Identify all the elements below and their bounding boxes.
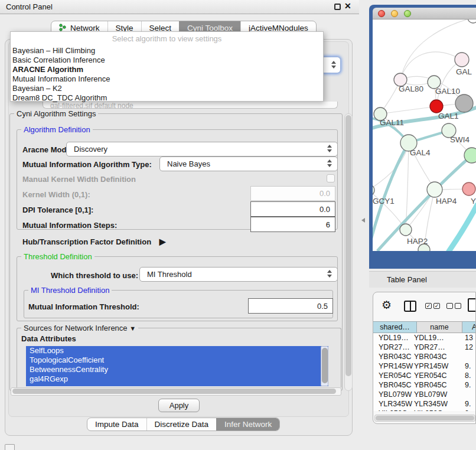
group-title: Cyni Algorithm Settings (14, 109, 98, 118)
node-label: HAP2 (407, 237, 428, 246)
node-label: GCY1 (373, 197, 395, 206)
column-header-partial[interactable]: A (462, 321, 476, 333)
dropdown-item[interactable]: Dream8 DC_TDC Algorithm (11, 93, 323, 103)
control-panel-title: Control Panel (6, 2, 53, 11)
table-panel: ⚙ ✓ ✓ shared… name A YDL19…YDL19…13 YDR2… (373, 292, 476, 424)
minimize-traffic-light-icon[interactable] (391, 10, 398, 17)
node[interactable] (464, 148, 476, 163)
sources-toggle[interactable]: Sources for Network Inference ▼ (21, 324, 138, 332)
network-view[interactable]: GAL GAL80 GAL10 GAL1 GAL11 SWI4 GAL4 GCY… (373, 19, 476, 251)
hide-all-columns-icon[interactable] (455, 303, 461, 309)
screen: Control Panel ✕ Network Style Select Cyn… (0, 0, 476, 450)
close-traffic-light-icon[interactable] (378, 10, 385, 17)
tab-infer-network[interactable]: Infer Network (216, 418, 279, 431)
list-item[interactable]: BetweennessCentrality (26, 365, 328, 374)
close-icon[interactable]: ✕ (344, 1, 351, 11)
table-panel-title: Table Panel (387, 275, 427, 284)
node-y[interactable] (462, 182, 475, 195)
column-header-name[interactable]: name (417, 321, 462, 333)
dpi-tolerance-label: DPI Tolerance [0,1]: (22, 206, 93, 214)
show-all-columns-icon[interactable]: ✓ (425, 303, 432, 309)
export-table-icon[interactable] (468, 298, 476, 312)
table-horizontal-scrollbar[interactable] (374, 415, 475, 422)
node-hap2[interactable] (400, 224, 412, 236)
node-selected-red[interactable] (430, 100, 443, 113)
table-row[interactable]: YER054CYER054C8. (373, 371, 476, 381)
scrollbar-thumb[interactable] (345, 115, 351, 376)
table-row[interactable]: YBL079WYBL079W (373, 390, 476, 400)
mi-type-label: Mutual Information Algorithm Type: (22, 160, 152, 169)
algorithm-dropdown: Select algorithm to view settings Bayesi… (10, 31, 324, 102)
tab-impute-data[interactable]: Impute Data (87, 418, 146, 431)
manual-kernel-checkbox[interactable] (327, 174, 335, 182)
dpi-tolerance-field[interactable]: 0.0 (250, 201, 335, 217)
list-item[interactable]: SelfLoops (26, 346, 328, 356)
combo-arrows-icon (327, 159, 332, 167)
split-view-icon[interactable] (404, 301, 416, 312)
table-body[interactable]: YDL19…YDL19…13 YDR27…YDR27…12 YBR043CYBR… (373, 334, 476, 411)
scrollbar-thumb[interactable] (322, 348, 328, 383)
tab-discretize-data[interactable]: Discretize Data (146, 418, 217, 431)
node-label: GAL11 (380, 118, 404, 127)
zoom-traffic-light-icon[interactable] (404, 10, 411, 17)
node-gal1-gray[interactable] (455, 94, 473, 112)
table-row[interactable]: YDR27…YDR27…12 (373, 343, 476, 353)
gear-icon[interactable]: ⚙ (382, 299, 392, 311)
algorithm-selector-combo-fragment[interactable] (324, 57, 341, 73)
table-row[interactable]: YLR345WYLR345W9. (373, 400, 476, 409)
dropdown-item[interactable]: Basic Correlation Inference (11, 56, 323, 65)
kernel-width-label: Kernel Width (0,1): (22, 190, 90, 199)
which-threshold-combo[interactable]: MI Threshold (139, 267, 338, 282)
apply-button[interactable]: Apply (158, 399, 200, 412)
combo-arrows-icon (331, 61, 337, 69)
node-hap4[interactable] (427, 182, 442, 197)
node-label: GAL4 (410, 148, 431, 157)
table-row[interactable]: YBR045CYBR045C9. (373, 381, 476, 390)
show-all-columns-icon[interactable]: ✓ (433, 303, 440, 309)
aracne-mode-combo[interactable]: Discovery (66, 142, 338, 156)
settings-vertical-scrollbar[interactable] (344, 113, 353, 391)
attributes-scrollbar[interactable] (321, 346, 328, 386)
scrollbar-thumb[interactable] (12, 389, 336, 394)
mi-threshold-label: Mutual Information Threshold: (28, 302, 139, 311)
column-header-shared-name[interactable]: shared… (373, 321, 417, 333)
network-strong-edges (373, 107, 476, 251)
list-item[interactable]: TopologicalCoefficient (26, 356, 328, 365)
node-label: GAL1 (438, 112, 459, 120)
dropdown-item-selected[interactable]: ARACNE Algorithm (11, 65, 323, 74)
mi-steps-field[interactable]: 6 (250, 217, 335, 232)
table-row[interactable]: YDL19…YDL19…13 (373, 334, 476, 343)
table-row[interactable]: YIL052CYIL052C0 (373, 409, 476, 411)
node-label: GAL80 (399, 84, 423, 93)
settings-horizontal-scrollbar[interactable] (11, 387, 341, 396)
list-item[interactable]: gal4RGexp (26, 374, 328, 384)
table-row[interactable]: YPR145WYPR145W9. (373, 362, 476, 371)
float-window-icon[interactable] (334, 4, 341, 10)
data-attributes-list[interactable]: SelfLoops TopologicalCoefficient Between… (26, 346, 328, 386)
dropdown-item[interactable]: Mutual Information Inference (11, 74, 323, 84)
dropdown-item[interactable]: Bayesian – K2 (11, 84, 323, 93)
group-title: Threshold Definition (21, 252, 94, 261)
manual-kernel-label: Manual Kernel Width Definition (22, 175, 136, 184)
combo-arrows-icon (327, 145, 332, 152)
node-label: Y (471, 197, 476, 206)
panel-divider-handle[interactable] (361, 218, 365, 223)
which-threshold-label: Which threshold to use: (51, 271, 138, 280)
group-title: Algorithm Definition (21, 125, 93, 134)
hub-definition-toggle[interactable]: Hub/Transcription Factor Definition ▶ (22, 237, 166, 246)
node-gal[interactable] (455, 53, 469, 67)
node-label: SWI4 (450, 135, 470, 144)
dropdown-item[interactable]: Bayesian – Hill Climbing (11, 46, 323, 56)
scrollbar-thumb[interactable] (376, 416, 474, 420)
collapse-down-icon[interactable]: ▼ (129, 325, 136, 332)
expand-right-icon[interactable]: ▶ (159, 237, 166, 246)
kernel-width-field: 0.0 (250, 186, 335, 201)
table-row[interactable]: YBR043CYBR043C (373, 353, 476, 362)
node-label: HAP4 (436, 197, 457, 206)
hide-all-columns-icon[interactable] (446, 303, 453, 309)
mi-threshold-field[interactable]: 0.5 (248, 298, 333, 314)
mi-type-combo[interactable]: Naive Bayes (159, 156, 338, 171)
network-window-titlebar[interactable] (373, 8, 476, 19)
bottom-left-widget[interactable] (5, 444, 15, 450)
node[interactable] (468, 19, 476, 23)
